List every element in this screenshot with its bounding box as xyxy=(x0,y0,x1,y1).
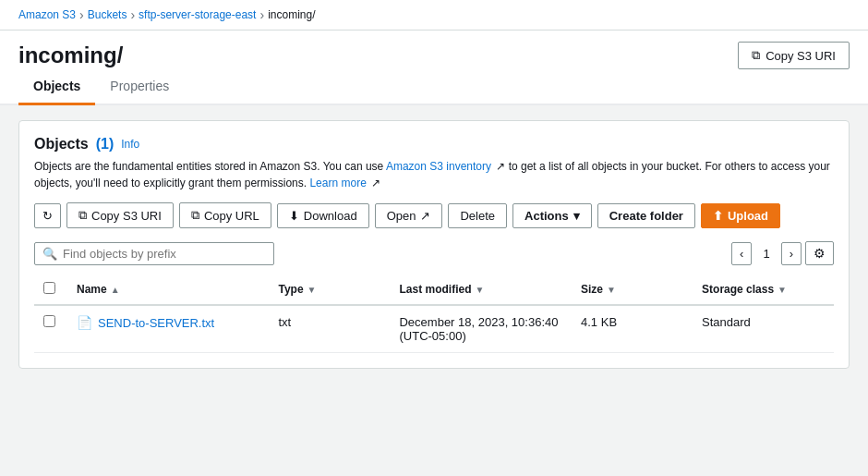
toolbar: ↻ ⧉ Copy S3 URI ⧉ Copy URL ⬇ Download Op… xyxy=(34,202,834,228)
select-all-checkbox[interactable] xyxy=(43,282,55,294)
breadcrumb-buckets[interactable]: Buckets xyxy=(88,8,127,21)
download-button[interactable]: ⬇ Download xyxy=(277,203,369,228)
refresh-icon: ↻ xyxy=(42,209,53,223)
storage-sort-icon: ▼ xyxy=(778,285,787,295)
objects-card: Objects (1) Info Objects are the fundame… xyxy=(18,120,850,369)
upload-icon: ⬆ xyxy=(713,209,723,223)
settings-button[interactable]: ⚙ xyxy=(805,241,834,265)
page-header: incoming/ ⧉ Copy S3 URI xyxy=(0,31,868,69)
copy-s3-uri-button[interactable]: ⧉ Copy S3 URI xyxy=(66,202,174,228)
create-folder-label: Create folder xyxy=(609,209,683,223)
actions-label: Actions xyxy=(524,209,569,223)
modified-column-header[interactable]: Last modified ▼ xyxy=(390,275,572,305)
file-link[interactable]: 📄 SEND-to-SERVER.txt xyxy=(77,315,259,330)
upload-label: Upload xyxy=(728,209,768,223)
search-row: 🔍 ‹ 1 › ⚙ xyxy=(34,241,834,265)
ext-link-icon: ↗ xyxy=(496,158,505,175)
file-name: SEND-to-SERVER.txt xyxy=(98,316,214,330)
file-icon: 📄 xyxy=(77,315,92,330)
type-col-label: Type xyxy=(278,283,303,296)
pagination: ‹ 1 › ⚙ xyxy=(731,241,834,265)
copy-icon: ⧉ xyxy=(752,48,760,63)
tabs: Objects Properties xyxy=(18,69,850,104)
breadcrumb: Amazon S3 › Buckets › sftp-server-storag… xyxy=(18,7,850,22)
size-col-label: Size xyxy=(581,283,603,296)
create-folder-button[interactable]: Create folder xyxy=(597,203,695,228)
name-sort-icon: ▲ xyxy=(111,285,120,295)
page-title: incoming/ xyxy=(18,43,123,68)
copy-url-label: Copy URL xyxy=(204,209,259,223)
row-name-cell: 📄 SEND-to-SERVER.txt xyxy=(67,305,269,353)
row-checkbox-cell[interactable] xyxy=(34,305,67,353)
actions-button[interactable]: Actions ▾ xyxy=(512,203,592,228)
prev-page-button[interactable]: ‹ xyxy=(731,242,752,265)
table-header: Name ▲ Type ▼ Last modif xyxy=(34,275,834,305)
row-size-cell: 4.1 KB xyxy=(572,305,693,353)
actions-dropdown-icon: ▾ xyxy=(573,209,580,223)
file-storage-class: Standard xyxy=(702,315,751,329)
size-sort-icon: ▼ xyxy=(607,285,616,295)
breadcrumb-sep-2: › xyxy=(130,7,135,22)
objects-title: Objects xyxy=(34,136,89,153)
row-checkbox[interactable] xyxy=(43,315,55,327)
select-all-header[interactable] xyxy=(34,275,67,305)
copy-url-icon: ⧉ xyxy=(191,208,199,223)
modified-col-label: Last modified xyxy=(399,283,471,296)
download-label: Download xyxy=(304,209,357,223)
type-sort-icon: ▼ xyxy=(307,285,317,295)
row-storage-cell: Standard xyxy=(693,305,834,353)
breadcrumb-current: incoming/ xyxy=(268,8,315,21)
breadcrumb-bucket-name[interactable]: sftp-server-storage-east xyxy=(139,8,256,21)
table-body: 📄 SEND-to-SERVER.txt txt December 18, 20… xyxy=(34,305,834,353)
table-container: Name ▲ Type ▼ Last modif xyxy=(34,275,834,353)
upload-button[interactable]: ⬆ Upload xyxy=(701,203,780,228)
breadcrumb-bar: Amazon S3 › Buckets › sftp-server-storag… xyxy=(0,0,868,31)
copy-s3-uri-label: Copy S3 URI xyxy=(91,209,162,223)
modified-sort-icon: ▼ xyxy=(475,285,484,295)
desc-before: Objects are the fundamental entities sto… xyxy=(34,160,386,173)
search-box[interactable]: 🔍 xyxy=(34,242,274,265)
header-copy-s3-uri-button[interactable]: ⧉ Copy S3 URI xyxy=(738,42,850,69)
objects-count: (1) xyxy=(96,136,115,153)
breadcrumb-sep-3: › xyxy=(259,7,264,22)
download-icon: ⬇ xyxy=(289,209,299,223)
tab-properties[interactable]: Properties xyxy=(95,69,184,105)
breadcrumb-amazon-s3[interactable]: Amazon S3 xyxy=(18,8,76,21)
objects-table: Name ▲ Type ▼ Last modif xyxy=(34,275,834,353)
breadcrumb-sep-1: › xyxy=(79,7,84,22)
main-content: Objects (1) Info Objects are the fundame… xyxy=(0,105,868,384)
storage-column-header[interactable]: Storage class ▼ xyxy=(693,275,834,305)
table-row: 📄 SEND-to-SERVER.txt txt December 18, 20… xyxy=(34,305,834,353)
open-label: Open xyxy=(387,209,416,223)
name-col-label: Name xyxy=(77,283,107,296)
learn-more-link[interactable]: Learn more xyxy=(309,177,366,189)
tab-objects[interactable]: Objects xyxy=(18,69,95,105)
delete-label: Delete xyxy=(460,209,495,223)
row-modified-cell: December 18, 2023, 10:36:40 (UTC-05:00) xyxy=(390,305,572,353)
page-number: 1 xyxy=(755,243,777,264)
gear-icon: ⚙ xyxy=(814,246,826,261)
copy-url-button[interactable]: ⧉ Copy URL xyxy=(179,202,271,228)
tabs-container: Objects Properties xyxy=(0,69,868,105)
refresh-button[interactable]: ↻ xyxy=(34,203,61,228)
header-copy-s3-uri-label: Copy S3 URI xyxy=(766,49,836,63)
next-page-button[interactable]: › xyxy=(781,242,802,265)
objects-header: Objects (1) Info Objects are the fundame… xyxy=(34,136,834,191)
inventory-link[interactable]: Amazon S3 inventory xyxy=(386,160,491,173)
file-type: txt xyxy=(278,315,291,329)
learn-more-ext-icon: ↗ xyxy=(371,175,380,191)
open-ext-icon: ↗ xyxy=(420,209,430,223)
size-column-header[interactable]: Size ▼ xyxy=(572,275,693,305)
type-column-header[interactable]: Type ▼ xyxy=(269,275,390,305)
file-modified: December 18, 2023, 10:36:40 (UTC-05:00) xyxy=(399,315,558,343)
info-link[interactable]: Info xyxy=(121,138,139,151)
open-button[interactable]: Open ↗ xyxy=(375,203,443,228)
file-size: 4.1 KB xyxy=(581,315,617,329)
objects-title-row: Objects (1) Info xyxy=(34,136,834,153)
search-icon: 🔍 xyxy=(42,247,57,261)
delete-button[interactable]: Delete xyxy=(448,203,507,228)
name-column-header[interactable]: Name ▲ xyxy=(67,275,269,305)
storage-col-label: Storage class xyxy=(702,283,774,296)
search-input[interactable] xyxy=(63,247,266,261)
objects-description: Objects are the fundamental entities sto… xyxy=(34,158,834,191)
